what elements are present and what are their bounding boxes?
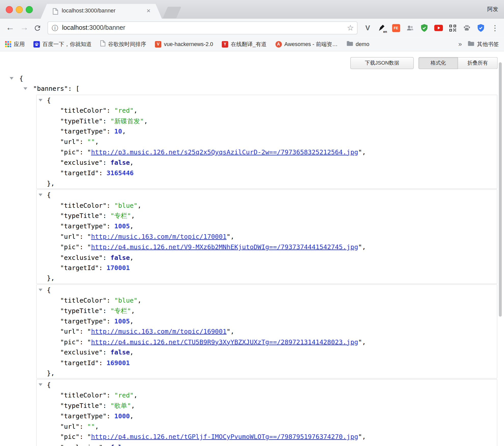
json-property-line: "url": "http://music.163.com/m/topic/169…: [37, 326, 497, 337]
json-url-link[interactable]: http://p4.music.126.net/CTU5B9R9y3XyYBZX…: [91, 338, 358, 346]
json-token: :: [103, 348, 110, 356]
json-object-open-line: {: [37, 190, 497, 200]
json-token: :: [107, 222, 114, 230]
json-url-link[interactable]: http://music.163.com/m/topic/169001: [91, 328, 227, 335]
json-token: ,: [122, 127, 126, 135]
json-property-line: "typeTitle": "新碟首发",: [37, 116, 497, 126]
json-token: ": [87, 233, 91, 240]
other-bookmarks-label: 其他书签: [477, 40, 499, 48]
json-string-value: "": [87, 423, 95, 430]
json-string-value: "专栏": [110, 307, 131, 315]
url-text: localhost:3000/banner: [62, 24, 125, 32]
collapse-toggle-icon[interactable]: [39, 99, 43, 101]
collapse-toggle-icon[interactable]: [39, 383, 43, 386]
json-token: ": [358, 433, 362, 441]
json-token: ,: [130, 159, 134, 166]
bookmark-demo-folder[interactable]: demo: [346, 41, 369, 48]
json-token: ": [358, 243, 362, 251]
format-button-group: 格式化 折叠所有: [418, 57, 498, 69]
json-token: ,: [362, 338, 366, 346]
json-token: ,: [130, 412, 134, 420]
scrollbar-thumb[interactable]: [499, 62, 502, 317]
url-path: :3000/banner: [87, 24, 125, 31]
bookmark-baidu[interactable]: 百度一下，你就知道: [33, 40, 92, 48]
json-property-line: "url": "",: [37, 421, 497, 432]
json-token: ,: [131, 307, 135, 315]
bookmark-star-icon[interactable]: ☆: [347, 23, 354, 32]
json-property-line: "url": "",: [37, 137, 497, 147]
menu-dots-icon: ⋮: [491, 24, 499, 32]
collapse-all-button[interactable]: 折叠所有: [458, 57, 497, 69]
browser-menu-button[interactable]: ⋮: [488, 19, 502, 37]
reload-button[interactable]: [33, 24, 41, 34]
json-url-link[interactable]: http://p3.music.126.net/s25q2x5QyqsAzilC…: [91, 148, 358, 156]
extensions-area: V en FE ⋮: [361, 19, 502, 37]
json-property-line: "pic": "http://p4.music.126.net/CTU5B9R9…: [37, 337, 497, 347]
vimium-v-glyph: V: [365, 24, 370, 32]
vimium-extension-icon[interactable]: V: [361, 19, 375, 37]
json-property-line: "targetId": 170001: [37, 263, 497, 273]
profile-name[interactable]: 阿发: [487, 5, 498, 13]
json-number-value: 1005: [114, 317, 130, 325]
download-json-button[interactable]: 下载JSON数据: [350, 57, 414, 69]
other-bookmarks-folder[interactable]: 其他书签: [468, 40, 499, 48]
bookmark-vue-hackernews[interactable]: V vue-hackernews-2.0: [155, 41, 213, 47]
json-key: "titleColor": [60, 296, 106, 304]
json-token: ,: [131, 212, 135, 220]
json-token: :: [107, 127, 114, 135]
tab-close-icon[interactable]: ×: [147, 7, 150, 14]
collapse-toggle-icon[interactable]: [23, 87, 27, 90]
json-token: :: [79, 138, 87, 145]
json-token: :: [103, 402, 110, 409]
json-token: ,: [230, 233, 234, 240]
translator-extension-icon[interactable]: en: [375, 19, 389, 37]
forward-button[interactable]: →: [20, 22, 29, 32]
bookmark-youdao-translate[interactable]: Y 在线翻译_有道: [222, 40, 267, 48]
json-key: "typeTitle": [60, 307, 103, 315]
fehelper-extension-icon[interactable]: FE: [389, 19, 403, 37]
json-key: "url": [60, 423, 79, 430]
json-token: ,: [130, 317, 134, 325]
blue-shield-extension-icon[interactable]: [474, 19, 488, 37]
json-property-line: "targetId": 3165446: [37, 168, 497, 178]
json-token: ,: [362, 243, 366, 251]
json-token: :: [107, 317, 114, 325]
json-url-link[interactable]: http://p4.music.126.net/V9-MXz6b2MNhEKju…: [91, 243, 358, 251]
new-tab-button[interactable]: [163, 7, 181, 18]
collapse-toggle-icon[interactable]: [10, 77, 13, 80]
json-token: },: [47, 369, 54, 377]
format-button[interactable]: 格式化: [418, 57, 458, 69]
bookmarks-overflow-chevron[interactable]: »: [458, 40, 462, 48]
collapse-toggle-icon[interactable]: [39, 289, 43, 291]
json-number-value: 170001: [107, 264, 130, 272]
folder-icon: [468, 41, 474, 48]
json-url-link[interactable]: http://p4.music.126.net/tGPljf-IMOCyPvum…: [91, 433, 358, 441]
json-url-link[interactable]: http://music.163.com/m/topic/170001: [91, 233, 227, 240]
paw-extension-icon[interactable]: [460, 19, 474, 37]
bookmark-google-sort[interactable]: 谷歌按时间排序: [100, 40, 146, 48]
json-key: "targetType": [60, 317, 106, 325]
close-window-button[interactable]: [6, 6, 13, 13]
bookmark-awesomes[interactable]: A Awesomes - 前端资…: [275, 40, 338, 48]
json-key: "targetId": [60, 264, 99, 272]
v-letter-icon: V: [155, 41, 161, 47]
address-bar[interactable]: ⓘ localhost:3000/banner ☆: [48, 22, 357, 35]
json-boolean-value: false: [110, 159, 130, 166]
page-info-icon[interactable]: ⓘ: [52, 24, 58, 32]
json-token: ,: [134, 391, 137, 399]
json-key: "url": [60, 328, 79, 335]
bookmark-label: 谷歌按时间排序: [108, 40, 146, 48]
json-token: :: [103, 307, 110, 315]
browser-tab[interactable]: localhost:3000/banner ×: [40, 4, 162, 19]
contacts-extension-icon[interactable]: [403, 19, 417, 37]
zoom-window-button[interactable]: [26, 6, 33, 13]
back-button[interactable]: ←: [6, 22, 15, 32]
minimize-window-button[interactable]: [16, 6, 23, 13]
collapse-toggle-icon[interactable]: [39, 194, 43, 196]
qr-code-extension-icon[interactable]: [445, 19, 460, 37]
bookmark-apps[interactable]: 应用: [5, 40, 25, 48]
bookmark-label: 百度一下，你就知道: [43, 40, 92, 48]
green-shield-extension-icon[interactable]: [417, 19, 431, 37]
json-key: "banners": [33, 85, 68, 93]
youtube-extension-icon[interactable]: [431, 19, 446, 37]
